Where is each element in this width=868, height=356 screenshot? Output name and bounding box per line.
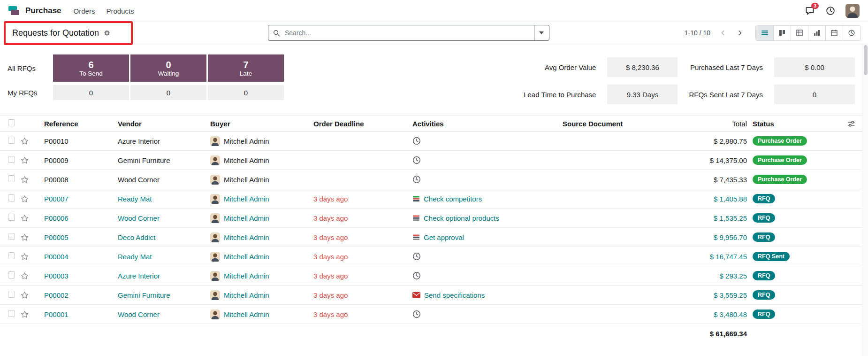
header-vendor[interactable]: Vendor (111, 120, 203, 128)
search-input[interactable] (282, 29, 534, 37)
table-row[interactable]: P00001 Wood Corner Mitchell Admin 3 days… (0, 305, 868, 324)
activity-label[interactable]: Check competitors (424, 195, 482, 203)
view-calendar-button[interactable] (825, 26, 843, 40)
star-icon[interactable] (21, 291, 36, 299)
menu-products[interactable]: Products (106, 7, 134, 15)
table-row[interactable]: P00002 Gemini Furniture Mitchell Admin 3… (0, 286, 868, 305)
menu-orders[interactable]: Orders (74, 7, 95, 15)
star-icon[interactable] (21, 156, 36, 164)
header-activities[interactable]: Activities (404, 120, 555, 128)
vendor-name[interactable]: Ready Mat (111, 195, 203, 203)
rfq-reference[interactable]: P00006 (36, 214, 111, 222)
view-graph-button[interactable] (808, 26, 825, 40)
vendor-name[interactable]: Wood Corner (111, 310, 203, 318)
user-avatar[interactable] (845, 4, 860, 18)
search-filters-toggle[interactable] (534, 25, 549, 40)
star-icon[interactable] (21, 272, 36, 280)
star-icon[interactable] (21, 253, 36, 261)
activity-clock-icon[interactable] (412, 252, 421, 261)
activity-clock-icon[interactable] (412, 156, 421, 164)
activity-label[interactable]: Check optional products (424, 214, 499, 222)
stat-waiting[interactable]: 0 Waiting (130, 54, 206, 82)
row-checkbox[interactable] (8, 175, 15, 182)
table-row[interactable]: P00005 Deco Addict Mitchell Admin 3 days… (0, 228, 868, 247)
vendor-name[interactable]: Azure Interior (111, 272, 203, 280)
buyer-name[interactable]: Mitchell Admin (224, 272, 269, 280)
header-order-deadline[interactable]: Order Deadline (306, 120, 404, 128)
purchase-app-icon[interactable] (8, 5, 21, 16)
buyer-name[interactable]: Mitchell Admin (224, 156, 269, 164)
activity-clock-icon[interactable] (412, 137, 421, 145)
vendor-name[interactable]: Gemini Furniture (111, 156, 203, 164)
view-list-button[interactable] (756, 26, 773, 40)
activity-list-icon[interactable] (412, 195, 420, 202)
rfq-reference[interactable]: P00003 (36, 272, 111, 280)
buyer-name[interactable]: Mitchell Admin (224, 310, 269, 318)
vendor-name[interactable]: Wood Corner (111, 176, 203, 184)
row-checkbox[interactable] (8, 194, 15, 201)
adjust-columns-icon[interactable] (841, 120, 861, 128)
buyer-name[interactable]: Mitchell Admin (224, 195, 269, 203)
activity-clock-icon[interactable] (412, 271, 421, 280)
table-row[interactable]: P00003 Azure Interior Mitchell Admin 3 d… (0, 266, 868, 286)
row-checkbox[interactable] (8, 214, 15, 221)
stat-to-send[interactable]: 6 To Send (53, 54, 129, 82)
table-row[interactable]: P00008 Wood Corner Mitchell Admin $ 7,43… (0, 170, 868, 189)
header-source-document[interactable]: Source Document (555, 120, 667, 128)
row-checkbox[interactable] (8, 252, 15, 259)
rfq-reference[interactable]: P00005 (36, 233, 111, 241)
my-stat-to-send[interactable]: 0 (53, 85, 129, 100)
buyer-name[interactable]: Mitchell Admin (224, 137, 269, 145)
row-checkbox[interactable] (8, 291, 15, 298)
stat-late[interactable]: 7 Late (208, 54, 284, 82)
rfq-reference[interactable]: P00007 (36, 195, 111, 203)
activity-label[interactable]: Send specifications (424, 291, 485, 299)
buyer-name[interactable]: Mitchell Admin (224, 291, 269, 299)
vendor-name[interactable]: Wood Corner (111, 214, 203, 222)
row-checkbox[interactable] (8, 233, 15, 240)
messages-icon[interactable]: 3 (804, 5, 815, 16)
buyer-name[interactable]: Mitchell Admin (224, 214, 269, 222)
table-row[interactable]: P00004 Ready Mat Mitchell Admin 3 days a… (0, 247, 868, 266)
table-row[interactable]: P00009 Gemini Furniture Mitchell Admin $… (0, 151, 868, 170)
header-buyer[interactable]: Buyer (203, 120, 306, 128)
view-pivot-button[interactable] (791, 26, 808, 40)
my-stat-waiting[interactable]: 0 (130, 85, 206, 100)
view-kanban-button[interactable] (773, 26, 791, 40)
star-icon[interactable] (21, 233, 36, 241)
table-row[interactable]: P00010 Azure Interior Mitchell Admin $ 2… (0, 132, 868, 151)
vendor-name[interactable]: Ready Mat (111, 253, 203, 261)
activities-menu-clock-icon[interactable] (825, 5, 836, 16)
view-activity-button[interactable] (843, 26, 860, 40)
rfq-reference[interactable]: P00001 (36, 310, 111, 318)
rfq-reference[interactable]: P00010 (36, 137, 111, 145)
buyer-name[interactable]: Mitchell Admin (224, 253, 269, 261)
pager-previous-button[interactable] (716, 26, 730, 40)
activity-list-icon[interactable] (412, 214, 420, 222)
header-total[interactable]: Total (667, 120, 751, 128)
rfq-reference[interactable]: P00009 (36, 156, 111, 164)
star-icon[interactable] (21, 214, 36, 222)
my-stat-late[interactable]: 0 (208, 85, 284, 100)
activity-label[interactable]: Get approval (424, 233, 464, 241)
vendor-name[interactable]: Azure Interior (111, 137, 203, 145)
star-icon[interactable] (21, 310, 36, 318)
envelope-icon[interactable] (412, 292, 420, 298)
rfq-reference[interactable]: P00004 (36, 253, 111, 261)
gear-icon[interactable] (104, 30, 110, 36)
activity-clock-icon[interactable] (412, 175, 421, 184)
buyer-name[interactable]: Mitchell Admin (224, 176, 269, 184)
app-name[interactable]: Purchase (25, 6, 61, 15)
star-icon[interactable] (21, 176, 36, 184)
header-reference[interactable]: Reference (36, 120, 111, 128)
star-icon[interactable] (21, 137, 36, 145)
vendor-name[interactable]: Gemini Furniture (111, 291, 203, 299)
activity-clock-icon[interactable] (412, 310, 421, 318)
row-checkbox[interactable] (8, 310, 15, 317)
table-row[interactable]: P00007 Ready Mat Mitchell Admin 3 days a… (0, 189, 868, 209)
scrollbar-thumb[interactable] (864, 45, 868, 75)
vertical-scrollbar[interactable] (862, 44, 868, 356)
page-title[interactable]: Requests for Quotation (12, 28, 99, 38)
activity-list-icon[interactable] (412, 233, 420, 241)
buyer-name[interactable]: Mitchell Admin (224, 233, 269, 241)
